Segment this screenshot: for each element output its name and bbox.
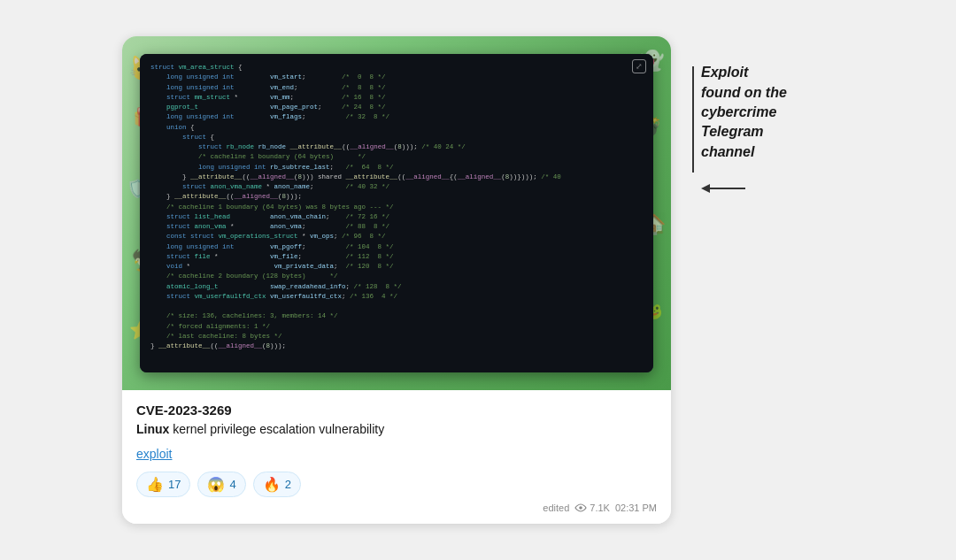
shocked-count: 4 — [229, 478, 235, 491]
meta-views: 7.1K — [574, 502, 610, 513]
annotation-line3: cybercrime — [701, 104, 776, 119]
annotation-line1: Exploit — [701, 65, 748, 80]
expand-icon[interactable] — [632, 59, 646, 73]
eye-icon — [574, 503, 587, 512]
meta-time: 02:31 PM — [615, 502, 657, 513]
message-meta: edited 7.1K 02:31 PM — [136, 502, 657, 513]
cve-desc-plain: kernel privilege escalation vulnerabilit… — [169, 422, 384, 436]
annotation-line — [692, 66, 694, 173]
reaction-shocked[interactable]: 😱 4 — [197, 472, 245, 497]
svg-point-0 — [579, 506, 582, 510]
annotation-line4: Telegram — [701, 124, 764, 139]
card-background: 🐱 🎁 🛡️ 🦅 ⭐ 👻 💣 🏠 🐸 struct vm_area_struct… — [122, 36, 671, 390]
cve-title: CVE-2023-3269 — [136, 403, 657, 418]
code-content: struct vm_area_struct { long unsigned in… — [140, 54, 653, 372]
svg-marker-2 — [701, 184, 710, 193]
cve-desc-bold: Linux — [136, 422, 169, 436]
shocked-emoji: 😱 — [207, 476, 225, 493]
thumbsup-emoji: 👍 — [146, 476, 164, 493]
annotation-arrow — [701, 180, 834, 197]
reactions-row: 👍 17 😱 4 🔥 2 — [136, 472, 657, 497]
annotation-text: Exploit found on the cybercrime Telegram… — [701, 63, 787, 162]
main-container: 🐱 🎁 🛡️ 🦅 ⭐ 👻 💣 🏠 🐸 struct vm_area_struct… — [104, 19, 852, 541]
fire-count: 2 — [285, 478, 291, 491]
views-count: 7.1K — [590, 502, 610, 513]
exploit-link[interactable]: exploit — [136, 447, 172, 461]
cve-description: Linux kernel privilege escalation vulner… — [136, 421, 657, 439]
annotation-line2: found on the — [701, 85, 787, 100]
telegram-card: 🐱 🎁 🛡️ 🦅 ⭐ 👻 💣 🏠 🐸 struct vm_area_struct… — [122, 36, 671, 524]
annotation-line5: channel — [701, 144, 754, 159]
message-content: CVE-2023-3269 Linux kernel privilege esc… — [122, 390, 671, 524]
reaction-fire[interactable]: 🔥 2 — [253, 472, 301, 497]
reaction-thumbsup[interactable]: 👍 17 — [136, 472, 190, 497]
fire-emoji: 🔥 — [263, 476, 281, 493]
arrow-icon — [701, 180, 745, 197]
thumbsup-count: 17 — [168, 478, 181, 491]
code-screenshot: struct vm_area_struct { long unsigned in… — [140, 54, 653, 372]
side-annotation: Exploit found on the cybercrime Telegram… — [692, 36, 834, 197]
meta-edited: edited — [543, 502, 569, 513]
